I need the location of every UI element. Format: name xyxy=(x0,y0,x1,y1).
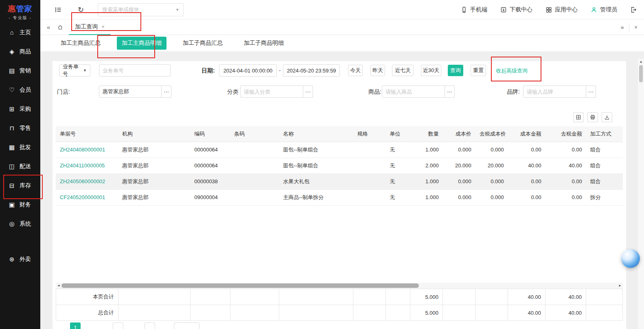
doc-number-link[interactable]: ZH2405060000002 xyxy=(56,173,118,189)
global-search[interactable]: ▼ xyxy=(98,3,184,16)
app-center-link[interactable]: 应用中心 xyxy=(545,6,578,13)
date-from-input[interactable] xyxy=(223,68,273,74)
tab-processing-query[interactable]: 加工查询 × xyxy=(69,20,111,35)
table-cell: 惠管家总部 xyxy=(118,142,190,158)
date-from-field[interactable] xyxy=(219,64,277,77)
goods-input[interactable] xyxy=(386,89,441,95)
order-number-field[interactable] xyxy=(99,64,171,77)
column-header[interactable]: 机构 xyxy=(118,126,190,142)
category-input[interactable] xyxy=(244,89,300,95)
tabs-scroll-left-icon[interactable]: « xyxy=(47,24,50,31)
horizontal-scrollbar[interactable]: ◄ ► xyxy=(56,283,623,289)
column-header[interactable]: 编码 xyxy=(190,126,230,142)
column-settings-button[interactable] xyxy=(573,112,584,122)
sidebar-item-goods[interactable]: ◈商品 xyxy=(0,42,40,61)
doc-number-link[interactable]: CF2405200000001 xyxy=(56,189,118,205)
quick-last30days-button[interactable]: 近30天 xyxy=(421,65,441,76)
totals-label: 总合计 xyxy=(56,305,118,321)
refresh-icon[interactable]: ↻ xyxy=(78,5,84,14)
table-cell: 09000004 xyxy=(190,189,230,205)
sidebar-item-purchase[interactable]: ⊞采购 xyxy=(0,99,40,118)
goods-more-icon[interactable]: ⋯ xyxy=(445,86,455,98)
sidebar-item-takeout[interactable]: ⊛外卖 xyxy=(0,250,40,269)
query-button[interactable]: 查询 xyxy=(448,65,463,76)
search-dropdown-caret-icon[interactable]: ▼ xyxy=(175,8,179,12)
store-field[interactable] xyxy=(99,86,162,98)
column-header[interactable]: 名称 xyxy=(279,126,353,142)
vertical-scroll-thumb[interactable] xyxy=(639,65,643,82)
column-header[interactable]: 单位 xyxy=(386,126,410,142)
sidebar-item-delivery[interactable]: ◫配送 xyxy=(0,157,40,176)
date-to-field[interactable] xyxy=(283,64,340,77)
brand-more-icon[interactable]: ⋯ xyxy=(586,86,596,98)
page-control-box[interactable] xyxy=(113,322,123,329)
store-more-icon[interactable]: ⋯ xyxy=(162,86,171,98)
sidebar-item-home[interactable]: ⌂主页 xyxy=(0,23,40,42)
sidebar-item-wholesale[interactable]: ▦批发 xyxy=(0,138,40,157)
sidebar-item-finance[interactable]: ▣财务 xyxy=(0,195,40,214)
order-number-input[interactable] xyxy=(103,68,167,74)
quick-yesterday-button[interactable]: 昨天 xyxy=(370,65,385,76)
scroll-right-arrow-icon[interactable]: ► xyxy=(617,283,623,289)
collapse-menu-icon[interactable] xyxy=(55,7,61,13)
collapse-advanced-query-link[interactable]: 收起高级查询 xyxy=(496,67,528,75)
subtab-sub-detail[interactable]: 加工子商品明细 xyxy=(239,37,289,50)
column-header[interactable]: 成本金额 xyxy=(508,126,545,142)
horizontal-scroll-thumb[interactable] xyxy=(61,283,419,288)
quick-today-button[interactable]: 今天 xyxy=(348,65,363,76)
sidebar-item-marketing[interactable]: ▤营销 xyxy=(0,61,40,80)
doc-number-link[interactable]: ZH2404110000005 xyxy=(56,158,118,173)
quick-last7days-button[interactable]: 近七天 xyxy=(392,65,414,76)
sidebar-item-system[interactable]: ◎系统 xyxy=(0,214,40,233)
tabs-menu-chevron-icon[interactable]: ∨ xyxy=(634,24,637,30)
sidebar-item-inventory[interactable]: ⊟库存 xyxy=(0,176,40,195)
table-cell xyxy=(230,142,279,158)
export-button[interactable] xyxy=(602,112,612,122)
reset-button[interactable]: 重置 xyxy=(471,65,486,76)
table-row[interactable]: CF2405200000001惠管家总部09000004主商品--制单拆分无1.… xyxy=(56,189,623,205)
search-input[interactable] xyxy=(102,7,175,13)
totals-cell xyxy=(586,305,623,321)
brand-field[interactable] xyxy=(523,86,586,98)
table-cell: 0.000 xyxy=(443,189,475,205)
order-type-select[interactable]: 业务单号 ▼ xyxy=(59,64,90,77)
column-header[interactable]: 规格 xyxy=(353,126,386,142)
category-more-icon[interactable]: ⋯ xyxy=(303,86,313,98)
download-center-link[interactable]: 下载中心 xyxy=(500,6,532,13)
page-size-select[interactable] xyxy=(174,322,199,329)
tab-close-icon[interactable]: × xyxy=(101,24,105,30)
logout-icon[interactable] xyxy=(630,7,637,13)
scroll-left-arrow-icon[interactable]: ◄ xyxy=(56,283,61,289)
floating-assistant-ball[interactable] xyxy=(621,249,640,268)
subtab-sub-summary[interactable]: 加工子商品汇总 xyxy=(178,37,228,50)
column-header[interactable]: 单据号 xyxy=(56,126,118,142)
user-menu[interactable]: 管理员 xyxy=(591,6,617,13)
home-tab-icon[interactable] xyxy=(57,24,63,30)
scroll-up-arrow-icon[interactable]: ▲ xyxy=(638,59,644,64)
store-input[interactable] xyxy=(103,89,158,95)
column-header[interactable]: 数量 xyxy=(410,126,443,142)
page-control-box[interactable] xyxy=(145,322,155,329)
subtab-main-detail[interactable]: 加工主商品明细 xyxy=(117,37,166,50)
column-header[interactable]: 成本价 xyxy=(443,126,475,142)
column-header[interactable]: 条码 xyxy=(230,126,279,142)
column-header[interactable]: 去税成本价 xyxy=(475,126,508,142)
subtab-main-summary[interactable]: 加工主商品汇总 xyxy=(56,37,105,50)
tabs-scroll-right-icon[interactable]: » xyxy=(621,24,624,31)
table-row[interactable]: ZH2404110000005惠管家总部00000064面包--制单组合无2.0… xyxy=(56,158,623,173)
date-to-input[interactable] xyxy=(287,68,336,74)
table-row[interactable]: ZH2404080000001惠管家总部00000064面包--制单组合无1.0… xyxy=(56,142,623,158)
print-button[interactable] xyxy=(587,112,598,122)
column-header[interactable]: 加工方式 xyxy=(586,126,623,142)
table-row[interactable]: ZH2405060000002惠管家总部00000038水果大礼包无1.0000… xyxy=(56,173,623,189)
brand-input[interactable] xyxy=(527,89,583,95)
vertical-scrollbar[interactable]: ▲ xyxy=(638,59,644,329)
sidebar-item-member[interactable]: ♡会员 xyxy=(0,80,40,99)
column-header[interactable]: 去税金额 xyxy=(545,126,586,142)
sidebar-item-retail[interactable]: ⊓零售 xyxy=(0,118,40,138)
doc-number-link[interactable]: ZH2404080000001 xyxy=(56,142,118,158)
goods-field[interactable] xyxy=(382,86,445,98)
current-page-button[interactable]: 1 xyxy=(70,322,81,329)
category-field[interactable] xyxy=(240,86,303,98)
mobile-app-link[interactable]: 手机端 xyxy=(461,6,487,13)
